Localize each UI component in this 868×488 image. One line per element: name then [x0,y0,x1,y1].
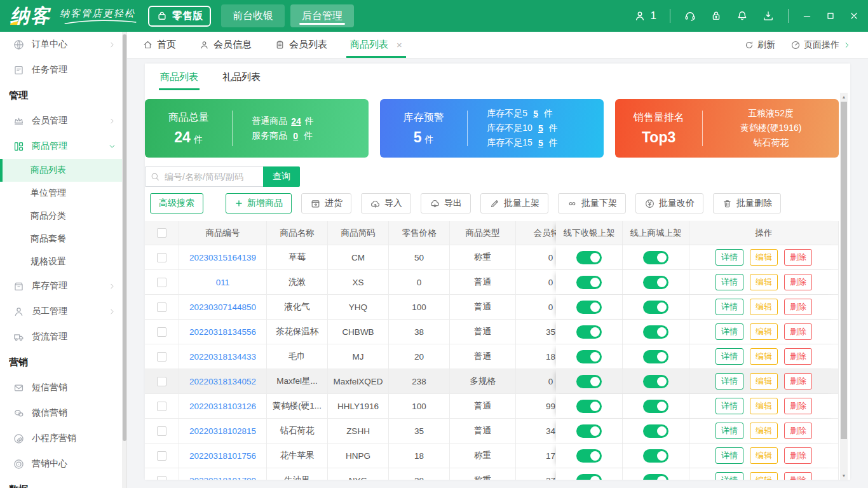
edit-button[interactable]: 编辑 [750,472,778,480]
sidebar-item[interactable]: 管理 [0,83,126,108]
toolbar-button[interactable]: 批量删除 [713,193,781,214]
pos-listed-toggle[interactable] [576,449,602,463]
toolbar-button[interactable]: 批量上架 [480,193,548,214]
goods-id-link[interactable]: 20220318102815 [189,426,256,436]
mall-listed-toggle[interactable] [643,400,668,413]
mall-listed-toggle[interactable] [643,375,668,388]
row-checkbox[interactable] [157,377,166,386]
pos-listed-toggle[interactable] [576,350,602,363]
pos-listed-toggle[interactable] [576,424,602,438]
sidebar-item[interactable]: 微信营销 [0,400,126,426]
edit-button[interactable]: 编辑 [750,323,778,340]
mall-listed-toggle[interactable] [643,449,668,463]
detail-button[interactable]: 详情 [715,348,743,365]
detail-button[interactable]: 详情 [715,274,743,290]
page-tab[interactable]: 会员信息 [199,32,252,58]
goods-id-link[interactable]: 20220318103126 [189,402,256,411]
sidebar-item[interactable]: 数据 [0,477,126,488]
sidebar-item[interactable]: 单位管理 [0,182,126,205]
sidebar-item[interactable]: 营销 [0,349,126,375]
detail-button[interactable]: 详情 [715,249,743,266]
toolbar-button[interactable]: 高级搜索 [150,193,203,214]
maximize-button[interactable] [825,11,836,21]
delete-button[interactable]: 删除 [784,472,812,480]
mall-listed-toggle[interactable] [643,276,668,289]
download-icon[interactable] [762,10,775,22]
toolbar-button[interactable]: 导入 [361,193,411,214]
goods-id-link[interactable]: 20220318134052 [189,377,256,386]
page-operations-button[interactable]: 页面操作 [790,39,851,51]
sidebar-item[interactable]: 商品列表 [0,159,126,182]
panel-scrollbar-thumb[interactable] [841,102,847,439]
mall-listed-toggle[interactable] [643,474,668,480]
row-checkbox[interactable] [157,302,166,312]
select-all-checkbox[interactable] [157,228,166,238]
goods-id-link[interactable]: 20220318134433 [189,352,256,362]
row-checkbox[interactable] [157,327,166,337]
panel-tab[interactable]: 商品列表 [160,64,198,90]
row-checkbox[interactable] [157,402,166,411]
pos-listed-toggle[interactable] [576,251,602,264]
toolbar-button[interactable]: 批量下架 [558,193,626,214]
sidebar-item[interactable]: 商品管理 [0,133,126,159]
pos-listed-toggle[interactable] [576,325,602,339]
lock-icon[interactable] [710,10,722,22]
sidebar-scrollbar[interactable] [122,32,126,488]
edit-button[interactable]: 编辑 [750,274,778,290]
delete-button[interactable]: 删除 [784,373,812,390]
delete-button[interactable]: 删除 [784,423,812,439]
mall-listed-toggle[interactable] [643,424,668,438]
detail-button[interactable]: 详情 [715,472,743,480]
sidebar-item[interactable]: 员工管理 [0,299,126,324]
goods-id-link[interactable]: 20230315164139 [189,253,256,262]
goods-id-link[interactable]: 20230307144850 [189,302,256,312]
detail-button[interactable]: 详情 [715,423,743,439]
edit-button[interactable]: 编辑 [750,398,778,414]
sidebar-item[interactable]: 营销中心 [0,451,126,477]
detail-button[interactable]: 详情 [715,447,743,464]
edit-button[interactable]: 编辑 [750,423,778,439]
edit-button[interactable]: 编辑 [750,249,778,266]
panel-tab[interactable]: 礼品列表 [222,64,261,90]
row-checkbox[interactable] [157,278,166,287]
pos-listed-toggle[interactable] [576,276,602,289]
delete-button[interactable]: 删除 [784,348,812,365]
pos-listed-toggle[interactable] [576,375,602,388]
mall-listed-toggle[interactable] [643,325,668,339]
row-checkbox[interactable] [157,451,166,461]
pos-listed-toggle[interactable] [576,400,602,413]
edit-button[interactable]: 编辑 [750,299,778,315]
bell-icon[interactable] [736,10,749,22]
edit-button[interactable]: 编辑 [750,447,778,464]
refresh-button[interactable]: 刷新 [744,39,775,51]
sidebar-item[interactable]: 短信营销 [0,375,126,400]
delete-button[interactable]: 删除 [784,299,812,315]
detail-button[interactable]: 详情 [715,398,743,414]
sidebar-item[interactable]: 任务管理 [0,57,126,83]
search-input[interactable] [145,166,263,187]
panel-scrollbar[interactable]: ▲ ▼ [840,93,848,480]
toolbar-button[interactable]: 新增商品 [226,193,292,214]
goods-id-link[interactable]: 011 [216,278,230,287]
tab-close-icon[interactable]: × [397,40,402,50]
sidebar-scrollbar-thumb[interactable] [123,34,126,441]
delete-button[interactable]: 删除 [784,274,812,290]
mode-button[interactable]: 后台管理 [290,4,354,27]
minimize-button[interactable] [802,11,812,21]
sidebar-item[interactable]: 小程序营销 [0,426,126,451]
query-button[interactable]: 查询 [263,166,300,187]
sidebar-item[interactable]: 商品套餐 [0,227,126,250]
delete-button[interactable]: 删除 [784,323,812,340]
goods-id-link[interactable]: 20220318101756 [189,451,256,461]
sidebar-item[interactable]: 订单中心 [0,32,126,57]
detail-button[interactable]: 详情 [715,373,743,390]
delete-button[interactable]: 删除 [784,249,812,266]
detail-button[interactable]: 详情 [715,299,743,315]
sidebar-item[interactable]: 货流管理 [0,324,126,349]
goods-id-link[interactable]: 20220318101709 [189,476,256,480]
pos-listed-toggle[interactable] [576,301,602,314]
scroll-down-arrow[interactable]: ▼ [840,471,848,480]
page-tab[interactable]: 首页 [142,32,176,58]
online-users[interactable]: 1 [634,10,656,22]
mode-button[interactable]: 前台收银 [221,4,285,27]
